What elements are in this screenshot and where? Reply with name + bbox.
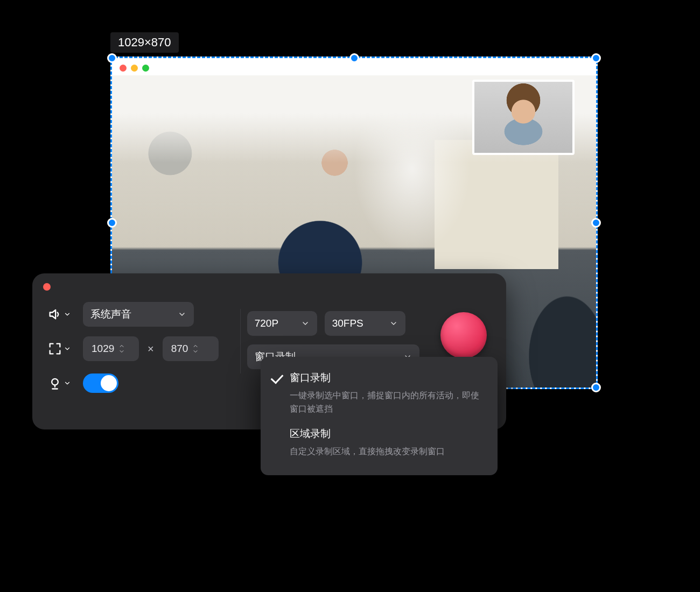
record-button[interactable] [440,312,487,358]
height-stepper[interactable] [192,344,199,354]
audio-source-select[interactable]: 系统声音 [83,302,194,327]
audio-source-icon[interactable] [47,307,76,322]
capture-size-icon[interactable] [47,341,76,356]
resize-handle-n[interactable] [349,53,359,63]
width-stepper[interactable] [118,344,125,354]
dimension-separator: × [145,343,156,355]
fps-label: 30FPS [332,318,384,329]
option-desc: 一键录制选中窗口，捕捉窗口内的所有活动，即使窗口被遮挡 [290,389,484,416]
self-view-pip[interactable] [472,80,575,155]
chevron-down-icon [178,310,186,319]
resize-handle-ne[interactable] [591,53,601,63]
capture-dimensions-badge: 1029×870 [110,32,179,53]
traffic-minimize-icon[interactable] [131,65,138,72]
resolution-label: 720P [255,318,296,329]
fps-select[interactable]: 30FPS [325,311,405,336]
option-desc: 自定义录制区域，直接拖拽改变录制窗口 [290,445,484,459]
chevron-down-icon [64,345,71,353]
chevron-down-icon [301,319,310,328]
svg-point-0 [52,379,58,385]
traffic-zoom-icon[interactable] [142,65,149,72]
chevron-up-icon [118,344,125,348]
resize-handle-se[interactable] [591,383,601,392]
chevron-down-icon [118,349,125,354]
toggle-knob [101,375,117,391]
height-value: 870 [171,343,188,355]
resize-handle-w[interactable] [107,218,117,228]
chevron-down-icon [64,379,71,387]
width-input[interactable]: 1029 [83,336,139,361]
camera-icon[interactable] [47,376,76,391]
width-value: 1029 [92,343,114,355]
panel-close-icon[interactable] [43,283,51,291]
chevron-down-icon [389,319,398,328]
resize-handle-nw[interactable] [107,53,117,63]
chevron-up-icon [192,344,199,348]
camera-toggle[interactable] [83,373,118,393]
audio-source-label: 系统声音 [90,307,172,321]
option-title: 区域录制 [290,427,484,441]
record-mode-dropdown: 窗口录制 一键录制选中窗口，捕捉窗口内的所有活动，即使窗口被遮挡 区域录制 自定… [261,357,498,475]
traffic-close-icon[interactable] [120,65,127,72]
mac-traffic-lights [120,65,149,72]
option-title: 窗口录制 [290,371,484,385]
chevron-down-icon [192,349,199,354]
resolution-select[interactable]: 720P [247,311,317,336]
dropdown-option-region-record[interactable]: 区域录制 自定义录制区域，直接拖拽改变录制窗口 [261,421,498,464]
dropdown-option-window-record[interactable]: 窗口录制 一键录制选中窗口，捕捉窗口内的所有活动，即使窗口被遮挡 [261,365,498,421]
height-input[interactable]: 870 [163,336,219,361]
panel-divider [240,309,241,373]
chevron-down-icon [64,311,71,318]
resize-handle-e[interactable] [591,218,601,228]
